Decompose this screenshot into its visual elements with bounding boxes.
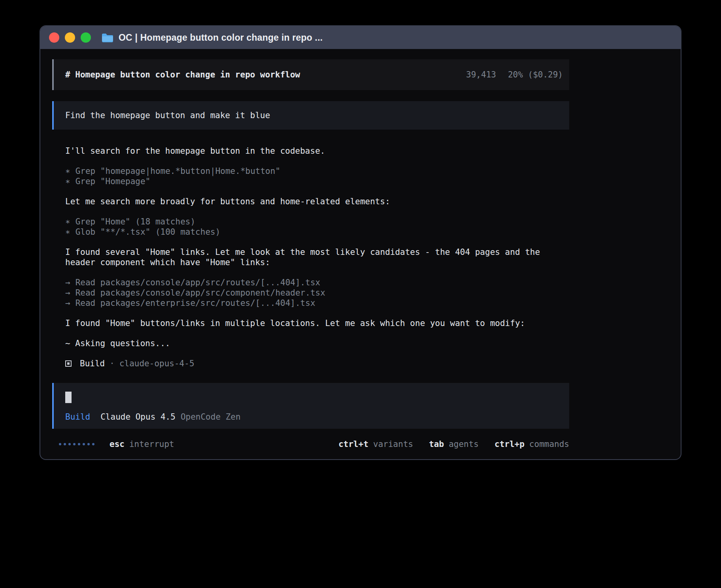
- read-arrow-icon: →: [65, 278, 70, 287]
- hint-label: variants: [373, 439, 413, 449]
- terminal-window: OC | Homepage button color change in rep…: [40, 25, 681, 460]
- context-usage: 20% ($0.29): [508, 70, 563, 79]
- separator-dot: ·: [109, 359, 115, 368]
- spinner-dots-icon: [59, 443, 94, 445]
- key-tab: tab: [429, 439, 444, 449]
- session-stats: 39,41320% ($0.29): [466, 70, 563, 79]
- window-titlebar: OC | Homepage button color change in rep…: [40, 26, 681, 49]
- zoom-button[interactable]: [81, 32, 91, 43]
- assistant-text: I found several "Home" links. Let me loo…: [65, 247, 557, 268]
- key-esc: esc: [109, 439, 125, 449]
- assistant-text: I'll search for the homepage button in t…: [65, 146, 557, 156]
- assistant-activity-status: ~ Asking questions...: [65, 338, 557, 349]
- agent-badge-icon: [65, 360, 72, 367]
- input-meta: Build Claude Opus 4.5 OpenCode Zen: [65, 412, 569, 422]
- hint-label: agents: [449, 439, 479, 449]
- minimize-button[interactable]: [65, 32, 75, 43]
- read-arrow-icon: →: [65, 288, 70, 298]
- close-button[interactable]: [49, 32, 59, 43]
- agent-model: claude-opus-4-5: [119, 359, 194, 368]
- hint-agents: tab agents: [429, 439, 479, 449]
- mode-label: Build: [65, 412, 90, 422]
- tool-call-grep: ∗Grep "homepage|home.*button|Home.*butto…: [65, 166, 557, 176]
- tool-bullet-icon: ∗: [65, 177, 70, 186]
- text-cursor: [65, 392, 72, 403]
- hint-label: interrupt: [129, 439, 174, 449]
- conversation: I'll search for the homepage button in t…: [65, 146, 557, 349]
- agent-name: Build: [80, 359, 105, 368]
- read-arrow-icon: →: [65, 298, 70, 308]
- tool-call-text: Grep "Homepage": [75, 177, 151, 186]
- user-message: Find the homepage button and make it blu…: [52, 101, 569, 130]
- tool-call-read: →Read packages/enterprise/src/routes/[..…: [65, 298, 557, 308]
- hint-label: commands: [529, 439, 569, 449]
- tool-call-text: Grep "homepage|home.*button|Home.*button…: [75, 166, 280, 176]
- provider-label: OpenCode Zen: [181, 412, 241, 422]
- hint-interrupt: esc interrupt: [109, 439, 174, 449]
- session-header: # Homepage button color change in repo w…: [52, 59, 569, 90]
- hint-commands: ctrl+p commands: [495, 439, 569, 449]
- tool-call-text: Read packages/enterprise/src/routes/[...…: [75, 298, 315, 308]
- key-ctrl-p: ctrl+p: [495, 439, 525, 449]
- tool-call-grep: ∗Grep "Home" (18 matches): [65, 217, 557, 227]
- hint-variants: ctrl+t variants: [338, 439, 413, 449]
- tool-call-glob: ∗Glob "**/*.tsx" (100 matches): [65, 227, 557, 237]
- tool-bullet-icon: ∗: [65, 217, 70, 226]
- tool-call-grep: ∗Grep "Homepage": [65, 176, 557, 187]
- tool-call-text: Glob "**/*.tsx" (100 matches): [75, 227, 221, 237]
- tool-call-read: →Read packages/console/app/src/component…: [65, 288, 557, 298]
- assistant-text: I found "Home" buttons/links in multiple…: [65, 318, 557, 328]
- status-bar-right: ctrl+t variants tab agents ctrl+p comman…: [338, 439, 569, 449]
- tool-call-text: Read packages/console/app/src/component/…: [75, 288, 325, 298]
- tool-call-text: Grep "Home" (18 matches): [75, 217, 195, 226]
- key-ctrl-t: ctrl+t: [338, 439, 368, 449]
- tool-call-read: →Read packages/console/app/src/routes/[.…: [65, 277, 557, 288]
- tool-call-text: Read packages/console/app/src/routes/[..…: [75, 278, 321, 287]
- prompt-input[interactable]: Build Claude Opus 4.5 OpenCode Zen: [52, 383, 569, 429]
- window-controls: [49, 32, 91, 43]
- token-count: 39,413: [466, 70, 496, 79]
- agent-status-row: Build · claude-opus-4-5: [65, 359, 569, 368]
- assistant-text: Let me search more broadly for buttons a…: [65, 196, 557, 207]
- model-label: Claude Opus 4.5: [100, 412, 176, 422]
- window-title: OC | Homepage button color change in rep…: [119, 32, 323, 43]
- session-title: # Homepage button color change in repo w…: [65, 70, 300, 79]
- tool-bullet-icon: ∗: [65, 227, 70, 237]
- status-bar: esc interrupt ctrl+t variants tab agents…: [52, 439, 569, 449]
- folder-icon: [101, 33, 113, 42]
- user-message-text: Find the homepage button and make it blu…: [65, 111, 270, 120]
- tool-bullet-icon: ∗: [65, 166, 70, 176]
